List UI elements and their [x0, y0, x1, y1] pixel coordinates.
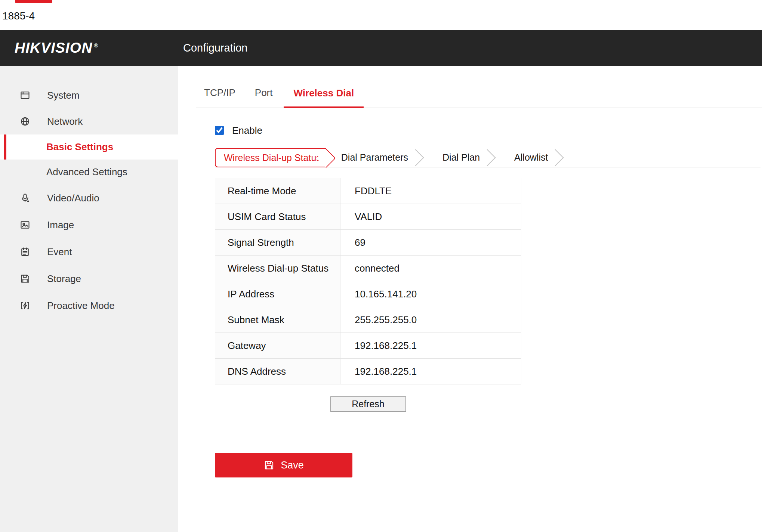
registered-mark: ®	[94, 42, 98, 49]
sidebar-item-label: Basic Settings	[46, 141, 113, 153]
video-audio-icon	[19, 192, 31, 204]
image-icon	[19, 219, 31, 231]
subtab-dial-parameters[interactable]: Dial Parameters	[326, 148, 428, 167]
browser-tab-title: 1885-4	[2, 10, 35, 22]
save-button-label: Save	[281, 460, 304, 471]
sidebar-item-storage[interactable]: Storage	[0, 265, 178, 292]
subtab-allowlist[interactable]: Allowlist	[499, 148, 567, 167]
row-value: 69	[340, 230, 521, 256]
table-row: Signal Strength 69	[215, 230, 521, 256]
sidebar-item-video-audio[interactable]: Video/Audio	[0, 185, 178, 211]
row-label: Real-time Mode	[215, 178, 340, 204]
sidebar-item-label: Image	[47, 219, 74, 231]
row-label: Subnet Mask	[215, 307, 340, 333]
sidebar-item-event[interactable]: Event	[0, 238, 178, 265]
row-value: FDDLTE	[340, 178, 521, 204]
row-value: 10.165.141.20	[340, 281, 521, 307]
row-label: Wireless Dial-up Status	[215, 256, 340, 281]
row-label: IP Address	[215, 281, 340, 307]
hikvision-logo: HIKVISION®	[15, 40, 98, 56]
sidebar-item-label: Proactive Mode	[47, 300, 115, 312]
sidebar-item-label: Advanced Settings	[46, 166, 127, 178]
sidebar-item-basic-settings[interactable]: Basic Settings	[0, 134, 178, 160]
row-value: 192.168.225.1	[340, 359, 521, 384]
page-title: Configuration	[183, 42, 248, 54]
enable-checkbox[interactable]	[215, 126, 224, 135]
sidebar-item-system[interactable]: System	[0, 82, 178, 108]
table-row: Wireless Dial-up Status connected	[215, 256, 521, 281]
save-icon	[263, 460, 275, 471]
tab-port[interactable]: Port	[247, 87, 281, 108]
network-icon	[19, 116, 31, 127]
sidebar-item-label: System	[47, 90, 80, 101]
table-row: DNS Address 192.168.225.1	[215, 359, 521, 384]
tab-wireless-dial[interactable]: Wireless Dial	[284, 87, 364, 108]
sidebar-item-image[interactable]: Image	[0, 211, 178, 238]
sidebar-item-advanced-settings[interactable]: Advanced Settings	[0, 160, 178, 185]
wireless-dial-subtabs: Wireless Dial-up Status Dial Parameters …	[215, 148, 761, 167]
row-value: 192.168.225.1	[340, 333, 521, 359]
subtab-dial-plan[interactable]: Dial Plan	[428, 148, 499, 167]
row-value: 255.255.255.0	[340, 307, 521, 333]
refresh-row: Refresh	[215, 396, 521, 412]
row-value: connected	[340, 256, 521, 281]
brand-text: HIKVISION	[15, 40, 92, 56]
row-value: VALID	[340, 204, 521, 230]
table-row: Subnet Mask 255.255.255.0	[215, 307, 521, 333]
row-label: USIM Card Status	[215, 204, 340, 230]
browser-strip: 1885-4	[0, 0, 762, 30]
enable-row: Enable	[215, 125, 762, 136]
browser-tab-fragment	[15, 0, 52, 3]
storage-icon	[19, 273, 31, 284]
table-row: USIM Card Status VALID	[215, 204, 521, 230]
app-header: HIKVISION® Configuration	[0, 30, 762, 66]
row-label: Gateway	[215, 333, 340, 359]
sidebar-item-label: Video/Audio	[47, 192, 99, 204]
sidebar-item-proactive-mode[interactable]: Proactive Mode	[0, 292, 178, 319]
subtab-wireless-dialup-status[interactable]: Wireless Dial-up Status	[215, 148, 326, 167]
enable-label: Enable	[232, 125, 262, 136]
proactive-mode-icon	[19, 300, 31, 311]
sidebar: System Network Basic Settings Advanced S…	[0, 66, 178, 532]
event-icon	[19, 246, 31, 257]
sidebar-item-network[interactable]: Network	[0, 108, 178, 134]
main-content: TCP/IP Port Wireless Dial Enable Wireles…	[178, 66, 762, 532]
network-tabs: TCP/IP Port Wireless Dial	[196, 66, 762, 108]
row-label: Signal Strength	[215, 230, 340, 256]
sidebar-item-label: Event	[47, 246, 72, 258]
table-row: Gateway 192.168.225.1	[215, 333, 521, 359]
row-label: DNS Address	[215, 359, 340, 384]
table-row: IP Address 10.165.141.20	[215, 281, 521, 307]
sidebar-item-label: Storage	[47, 273, 81, 285]
save-button[interactable]: Save	[215, 453, 352, 477]
wireless-status-table: Real-time Mode FDDLTE USIM Card Status V…	[215, 178, 521, 384]
refresh-button[interactable]: Refresh	[330, 396, 406, 412]
system-icon	[19, 90, 31, 101]
sidebar-item-label: Network	[47, 116, 83, 127]
table-row: Real-time Mode FDDLTE	[215, 178, 521, 204]
tab-tcpip[interactable]: TCP/IP	[196, 87, 244, 108]
